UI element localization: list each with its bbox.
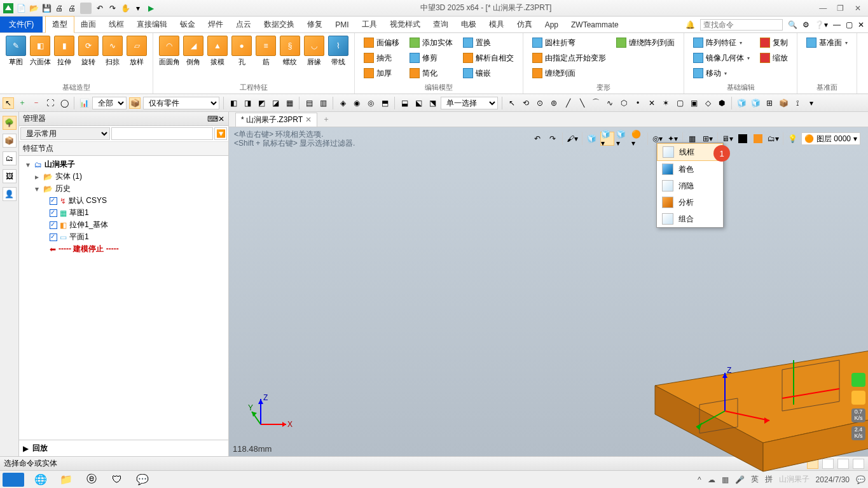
save-icon[interactable]: 💾 [41,3,52,14]
search-btn-icon[interactable]: 🔍 [788,20,797,29]
explorer-icon[interactable]: 📁 [57,473,75,487]
v-redo-icon[interactable]: ↷ [546,132,560,146]
v-orange-icon[interactable] [751,132,765,146]
i4-icon[interactable]: ◪ [270,97,281,109]
j3-icon[interactable]: ⊙ [534,97,546,109]
move-button[interactable]: 移动▾ [691,66,752,80]
v-cube2-icon[interactable]: 🧊▾ [600,132,614,146]
tab-visual[interactable]: 视觉样式 [383,17,427,32]
edge-icon[interactable]: 🌐 [32,473,50,487]
kb-icon[interactable]: ⌨ [207,115,218,123]
i12-icon[interactable]: ⬓ [399,97,410,109]
i14-icon[interactable]: ⬔ [427,97,438,109]
v-undo-icon[interactable]: ↶ [530,132,544,146]
tab-sim[interactable]: 仿真 [511,17,539,32]
zw3d-task-icon[interactable]: 🛡 [108,473,126,487]
more-icon[interactable]: ▾ [806,97,817,109]
check-icon[interactable] [50,234,57,241]
scale-button[interactable]: 缩放 [757,51,790,65]
box-icon[interactable]: 📦 [129,97,141,109]
redo-icon[interactable]: ↷ [107,3,118,14]
circle-icon[interactable]: ◯ [59,97,70,109]
start-button[interactable] [3,473,24,487]
k1-icon[interactable]: 🧊 [736,97,747,109]
undo-icon[interactable]: ↶ [94,3,106,14]
simplify-button[interactable]: 简化 [407,66,455,80]
i6-icon[interactable]: ▤ [303,97,315,109]
check-icon[interactable] [50,209,57,217]
person-tab-icon[interactable]: 👤 [3,187,17,201]
tree-stop[interactable]: ⬅----- 建模停止 ----- [19,243,228,255]
j16-icon[interactable]: ⬢ [716,97,727,109]
cylbend-button[interactable]: 圆柱折弯 [530,36,609,50]
partsonly-select[interactable]: 仅有零件 [143,97,219,109]
tab-exchange[interactable]: 数据交换 [258,17,301,32]
tree-sketch[interactable]: ▦草图1 [19,207,228,219]
chart-icon[interactable]: 📊 [78,97,90,109]
cube-button[interactable]: ◧六面体 [28,34,52,68]
mdi-min-icon[interactable]: — [833,20,841,29]
wraparray-button[interactable]: 缠绕阵列到面 [614,36,677,50]
mdi-max-icon[interactable]: ▢ [846,20,853,29]
tree-plane[interactable]: ▭平面1 [19,231,228,243]
notify-icon[interactable]: 🔔 [685,20,695,29]
viewport[interactable]: * 山涧果子.Z3PRT✕ ＋ <单击右键> 环境相关选项. <Shift + … [229,112,868,456]
tab-pointcloud[interactable]: 点云 [230,17,258,32]
j15-icon[interactable]: ◇ [702,97,713,109]
v-paint-icon[interactable]: 🖌▾ [565,132,579,146]
revolve-button[interactable]: ⟳旋转 [76,34,100,68]
tab-surface[interactable]: 曲面 [74,17,102,32]
i1-icon[interactable]: ◧ [228,97,239,109]
all-select[interactable]: 全部 [92,97,127,109]
filter-input[interactable] [111,127,213,140]
panel-close-icon[interactable]: ✕ [218,115,224,123]
tab-close-icon[interactable]: ✕ [305,115,312,124]
j7-icon[interactable]: ⌒ [590,97,602,109]
tab-weldment[interactable]: 焊件 [202,17,230,32]
v-cube1-icon[interactable]: 🧊 [585,132,599,146]
hand-icon[interactable]: ✋ [120,3,131,14]
print-icon[interactable]: 🖨 [53,3,65,14]
tab-mold[interactable]: 模具 [483,17,511,32]
v-layers-icon[interactable]: 🗂▾ [766,132,780,146]
datum-button[interactable]: 基准面▾ [804,36,850,50]
j9-icon[interactable]: ⬡ [618,97,630,109]
i2-icon[interactable]: ◨ [242,97,253,109]
new-icon[interactable]: 📄 [15,3,27,14]
i9-icon[interactable]: ◉ [351,97,362,109]
dropdown-icon[interactable]: ▾ [132,3,144,14]
layer-tab-icon[interactable]: 🗂 [3,151,17,165]
j12-icon[interactable]: ✶ [660,97,672,109]
sweep-button[interactable]: ∿扫掠 [100,34,125,68]
rib-button[interactable]: ≡筋 [254,34,278,68]
selfint-button[interactable]: 解析自相交 [460,51,516,65]
corners-icon[interactable]: ⛶ [45,97,56,109]
tab-pmi[interactable]: PMI [329,18,355,32]
tab-team[interactable]: ZWTeammate [565,18,625,32]
file-menu[interactable]: 文件(F) [0,17,43,32]
tab-sheetmetal[interactable]: 钣金 [174,17,202,32]
tree-tab-icon[interactable]: 🌳 [3,116,17,130]
tree-csys[interactable]: ↯默认 CSYS [19,195,228,207]
fillet-button[interactable]: ◠面圆角 [157,34,181,68]
j5-icon[interactable]: ╱ [562,97,574,109]
wrapface-button[interactable]: 缠绕到面 [530,66,609,80]
hole-button[interactable]: ●孔 [230,34,254,68]
tab-wireframe[interactable]: 线框 [102,17,130,32]
doc-tab[interactable]: * 山涧果子.Z3PRT✕ [235,113,317,127]
open-icon[interactable]: 📂 [28,3,39,14]
tab-repair[interactable]: 修复 [301,17,329,32]
k2-icon[interactable]: 🧊 [750,97,761,109]
tab-directedit[interactable]: 直接编辑 [130,17,174,32]
model-solid[interactable]: Z [636,309,868,481]
thicken-button[interactable]: 加厚 [361,66,402,80]
i13-icon[interactable]: ⬕ [413,97,424,109]
pointdeform-button[interactable]: 由指定点开始变形 [530,51,609,65]
tab-electrode[interactable]: 电极 [455,17,483,32]
v-black-icon[interactable] [736,132,750,146]
play-icon[interactable]: ▶ [145,3,156,14]
chamfer-button[interactable]: ◢倒角 [181,34,205,68]
display-mode-select[interactable]: 显示常用 [20,127,110,140]
settings-icon[interactable]: ⚙ [803,20,809,29]
j2-icon[interactable]: ⟲ [520,97,532,109]
